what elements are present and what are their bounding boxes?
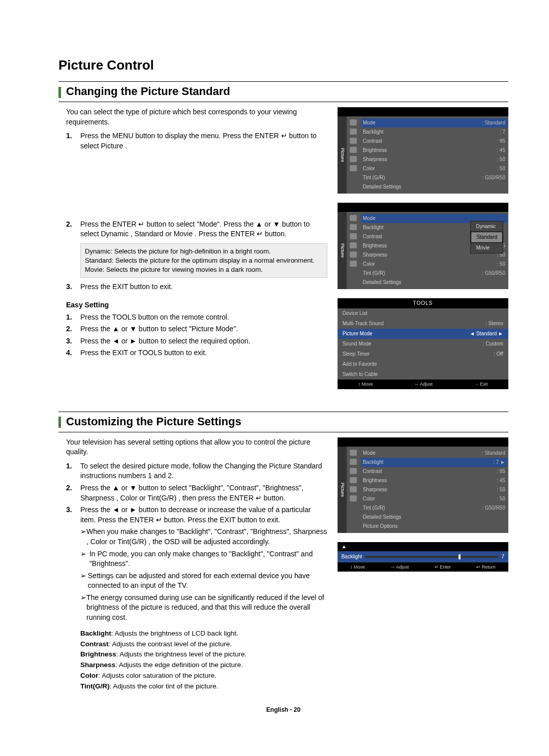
step-text: Press the MENU button to display the men… — [80, 131, 327, 151]
def-val: : Adjusts the brightness of LCD back lig… — [111, 629, 238, 637]
osd-backlight-slider: ▲ Backlight 7 ↕ Move ↔ Adjust ↵ Enter ↩ … — [338, 542, 508, 572]
osd-row: Backlight: 7 ► — [361, 458, 507, 467]
tools-foot: ↕ Move — [358, 381, 373, 388]
step-text: Press the ENTER ↵ button to select "Mode… — [80, 219, 327, 239]
tools-row: Switch to Cable — [338, 369, 508, 380]
slider-foot: ↕ Move — [350, 564, 365, 571]
step-num: 3. — [66, 505, 80, 525]
osd-row: Backlight: 7 — [363, 128, 505, 137]
osd-row: Tint (G/R): G50/R50 — [363, 269, 505, 278]
osd-row: Detailed Settings — [363, 278, 505, 287]
tools-row: Sound Mode: Custom — [338, 339, 508, 349]
osd-tab-label: Picture — [338, 447, 347, 533]
osd-row: Brightness: 45 — [363, 146, 505, 155]
slider-value: 7 — [501, 553, 504, 560]
def-val: : Adjusts the edge definition of the pic… — [115, 661, 243, 669]
arrow-icon: ➢ — [80, 593, 86, 623]
step-text: Press the ◄ or ► button to decrease or i… — [80, 505, 327, 525]
step-text: Press the ◄ or ► button to select the re… — [80, 336, 327, 346]
step-text: Press the TOOLS button on the remote con… — [80, 312, 327, 323]
osd-row: Detailed Settings — [363, 182, 505, 192]
osd-row: Mode: Standard — [361, 118, 507, 128]
tools-foot: ↔ Adjust — [414, 381, 433, 388]
osd-row: Contrast: 95 — [363, 467, 505, 476]
osd-picture-mode-dropdown: Picture ModeBacklightContrastBrightness:… — [338, 203, 508, 289]
tools-row: Picture Mode◄ Standard ► — [338, 329, 508, 339]
osd-row: Sharpness: 50 — [363, 485, 505, 494]
def-val: : Adjusts the contrast level of the pict… — [109, 640, 232, 648]
infobox-line: Dynamic: Selects the picture for high-de… — [85, 247, 323, 256]
arrow-icon: ➢ — [80, 527, 86, 547]
tools-title: TOOLS — [338, 298, 508, 308]
uptri-icon: ▲ — [342, 544, 347, 549]
osd-row: Mode: Standard — [363, 449, 505, 458]
page-title: Picture Control — [58, 56, 508, 74]
osd-tab-label: Picture — [338, 212, 347, 289]
easy-setting-head: Easy Setting — [66, 300, 327, 310]
tools-row: Sleep Timer: Off — [338, 349, 508, 359]
section-heading-2: Customizing the Picture Settings — [58, 412, 508, 432]
slider-foot: ↩ Return — [476, 564, 496, 571]
slider-foot: ↵ Enter — [435, 564, 451, 571]
mode-infobox: Dynamic: Selects the picture for high-de… — [80, 243, 327, 278]
def-val: : Adjusts color saturation of the pictur… — [98, 672, 217, 679]
infobox-line: Standard: Selects the picture for the op… — [85, 256, 323, 265]
def-key: Tint(G/R) — [80, 682, 110, 690]
dropdown-item: Dynamic — [471, 222, 503, 232]
def-key: Brightness — [80, 650, 116, 658]
tools-row: Device List — [338, 308, 508, 319]
section1-intro: You can select the type of picture which… — [66, 107, 327, 127]
osd-sidebar-icons — [347, 212, 360, 289]
note-text: Settings can be adjusted and stored for … — [88, 571, 327, 591]
def-key: Contrast — [80, 640, 109, 648]
osd-tools: TOOLS Device ListMulti-Track Sound: Ster… — [338, 298, 508, 389]
def-val: : Adjusts the color tint of the picture. — [110, 682, 219, 690]
osd-picture-mode: Picture Mode: StandardBacklight: 7Contra… — [338, 107, 508, 194]
osd-row: Contrast: 95 — [363, 137, 505, 146]
osd-sidebar-icons — [347, 447, 360, 533]
section2-intro: Your television has several setting opti… — [66, 437, 327, 457]
step-num: 3. — [66, 336, 80, 346]
def-key: Color — [80, 672, 98, 679]
arrow-icon: ➢ — [80, 571, 88, 591]
step-text: Press the EXIT or TOOLS button to exit. — [80, 348, 327, 358]
step-text: Press the EXIT button to exit. — [80, 282, 327, 292]
def-key: Backlight — [80, 629, 111, 637]
step-text: To select the desired picture mode, foll… — [80, 461, 327, 481]
step-num: 2. — [66, 324, 80, 334]
dropdown-item: Standard — [471, 232, 503, 243]
note-text: The energy consumed during use can be si… — [86, 593, 327, 623]
note-text: When you make changes to "Backlight", "C… — [86, 527, 327, 547]
step-text: Press the ▲ or ▼ button to select "Backl… — [80, 483, 327, 503]
step-num: 4. — [66, 348, 80, 358]
osd-row: Sharpness: 50 — [363, 155, 505, 164]
osd-row: Detailed Settings — [363, 513, 505, 522]
def-val: : Adjusts the brightness level of the pi… — [116, 650, 247, 658]
infobox-line: Movie: Selects the picture for viewing m… — [85, 265, 323, 274]
osd-backlight: Picture Mode: StandardBacklight: 7 ►Cont… — [338, 437, 508, 533]
step-num: 3. — [66, 282, 80, 292]
step-num: 2. — [66, 483, 80, 503]
page-footer: English - 20 — [58, 706, 508, 714]
section-heading-1: Changing the Picture Standard — [58, 81, 508, 102]
step-num: 1. — [66, 312, 80, 323]
osd-row: Tint (G/R): G50/R50 — [363, 503, 505, 513]
tools-row: Add to Favorite — [338, 359, 508, 369]
osd-row: Tint (G/R): G50/R50 — [363, 173, 505, 182]
step-text: Press the ▲ or ▼ button to select "Pictu… — [80, 324, 327, 334]
slider-foot: ↔ Adjust — [390, 564, 409, 571]
osd-row: Brightness: 45 — [363, 476, 505, 485]
osd-tab-label: Picture — [338, 116, 347, 194]
osd-row: Color: 50 — [363, 260, 505, 269]
mode-dropdown: DynamicStandardMovie — [470, 221, 503, 254]
tools-foot: → Exit — [474, 381, 488, 388]
slider-label: Backlight — [342, 553, 362, 560]
osd-sidebar-icons — [347, 116, 360, 194]
note-text: In PC mode, you can only make changes to… — [89, 549, 327, 569]
dropdown-item: Movie — [471, 243, 503, 253]
step-num: 2. — [66, 219, 80, 239]
osd-row: Color: 50 — [363, 494, 505, 503]
def-key: Sharpness — [80, 661, 115, 669]
step-num: 1. — [66, 131, 80, 151]
tools-row: Multi-Track Sound: Stereo — [338, 319, 508, 329]
